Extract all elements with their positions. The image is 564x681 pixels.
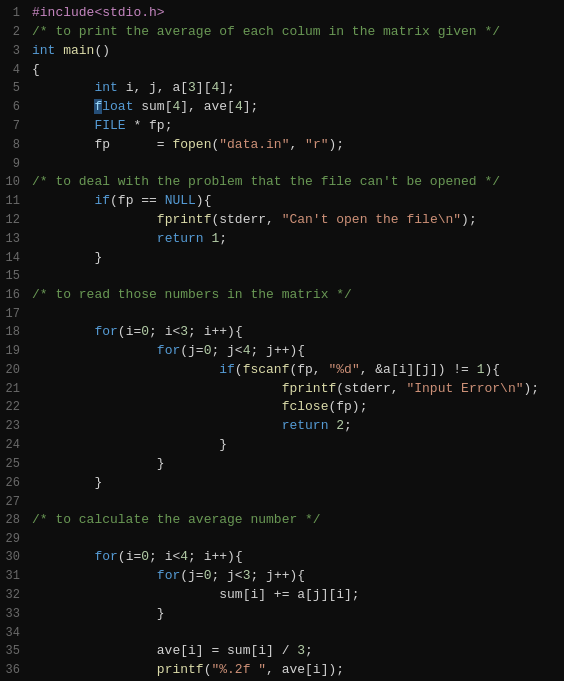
code-line-18: 18 for(i=0; i<3; i++){ [0, 323, 564, 342]
line-content-30: for(i=0; i<4; i++){ [28, 548, 564, 567]
line-number-34: 34 [0, 624, 28, 642]
line-number-14: 14 [0, 249, 28, 267]
line-number-25: 25 [0, 455, 28, 473]
line-number-32: 32 [0, 586, 28, 604]
line-number-17: 17 [0, 305, 28, 323]
code-line-10: 10 /* to deal with the problem that the … [0, 173, 564, 192]
line-content-1: #include<stdio.h> [28, 4, 564, 23]
code-line-11: 11 if(fp == NULL){ [0, 192, 564, 211]
line-content-20: if(fscanf(fp, "%d", &a[i][j]) != 1){ [28, 361, 564, 380]
line-number-30: 30 [0, 548, 28, 566]
line-number-28: 28 [0, 511, 28, 529]
line-number-35: 35 [0, 642, 28, 660]
line-number-10: 10 [0, 173, 28, 191]
code-line-6: 6 float sum[4], ave[4]; [0, 98, 564, 117]
code-line-27: 27 [0, 493, 564, 511]
code-line-5: 5 int i, j, a[3][4]; [0, 79, 564, 98]
code-line-20: 20 if(fscanf(fp, "%d", &a[i][j]) != 1){ [0, 361, 564, 380]
line-content-32: sum[i] += a[j][i]; [28, 586, 564, 605]
line-content-14: } [28, 249, 564, 268]
line-content-6: float sum[4], ave[4]; [28, 98, 564, 117]
line-number-31: 31 [0, 567, 28, 585]
line-content-8: fp = fopen("data.in", "r"); [28, 136, 564, 155]
line-number-20: 20 [0, 361, 28, 379]
line-number-4: 4 [0, 61, 28, 79]
line-content-22: fclose(fp); [28, 398, 564, 417]
code-line-32: 32 sum[i] += a[j][i]; [0, 586, 564, 605]
line-number-15: 15 [0, 267, 28, 285]
code-line-17: 17 [0, 305, 564, 323]
code-line-7: 7 FILE * fp; [0, 117, 564, 136]
code-line-28: 28 /* to calculate the average number */ [0, 511, 564, 530]
code-line-30: 30 for(i=0; i<4; i++){ [0, 548, 564, 567]
line-content-12: fprintf(stderr, "Can't open the file\n")… [28, 211, 564, 230]
line-number-36: 36 [0, 661, 28, 679]
line-number-12: 12 [0, 211, 28, 229]
line-number-7: 7 [0, 117, 28, 135]
code-line-31: 31 for(j=0; j<3; j++){ [0, 567, 564, 586]
line-content-7: FILE * fp; [28, 117, 564, 136]
line-content-16: /* to read those numbers in the matrix *… [28, 286, 564, 305]
line-number-24: 24 [0, 436, 28, 454]
line-content-11: if(fp == NULL){ [28, 192, 564, 211]
line-number-2: 2 [0, 23, 28, 41]
line-number-8: 8 [0, 136, 28, 154]
line-content-33: } [28, 605, 564, 624]
code-line-15: 15 [0, 267, 564, 285]
line-content-28: /* to calculate the average number */ [28, 511, 564, 530]
code-line-36: 36 printf("%.2f ", ave[i]); [0, 661, 564, 680]
line-number-18: 18 [0, 323, 28, 341]
code-line-12: 12 fprintf(stderr, "Can't open the file\… [0, 211, 564, 230]
line-content-5: int i, j, a[3][4]; [28, 79, 564, 98]
line-content-31: for(j=0; j<3; j++){ [28, 567, 564, 586]
line-number-9: 9 [0, 155, 28, 173]
line-number-23: 23 [0, 417, 28, 435]
line-number-1: 1 [0, 4, 28, 22]
code-line-8: 8 fp = fopen("data.in", "r"); [0, 136, 564, 155]
line-number-29: 29 [0, 530, 28, 548]
line-number-19: 19 [0, 342, 28, 360]
line-content-4: { [28, 61, 564, 80]
line-content-2: /* to print the average of each colum in… [28, 23, 564, 42]
line-content-10: /* to deal with the problem that the fil… [28, 173, 564, 192]
code-line-29: 29 [0, 530, 564, 548]
code-line-16: 16 /* to read those numbers in the matri… [0, 286, 564, 305]
code-line-13: 13 return 1; [0, 230, 564, 249]
line-content-36: printf("%.2f ", ave[i]); [28, 661, 564, 680]
line-content-25: } [28, 455, 564, 474]
code-line-35: 35 ave[i] = sum[i] / 3; [0, 642, 564, 661]
code-line-3: 3 int main() [0, 42, 564, 61]
line-content-35: ave[i] = sum[i] / 3; [28, 642, 564, 661]
line-content-13: return 1; [28, 230, 564, 249]
line-content-21: fprintf(stderr, "Input Error\n"); [28, 380, 564, 399]
line-number-5: 5 [0, 79, 28, 97]
line-number-16: 16 [0, 286, 28, 304]
line-content-19: for(j=0; j<4; j++){ [28, 342, 564, 361]
code-line-24: 24 } [0, 436, 564, 455]
code-line-4: 4 { [0, 61, 564, 80]
code-line-19: 19 for(j=0; j<4; j++){ [0, 342, 564, 361]
code-line-26: 26 } [0, 474, 564, 493]
line-content-24: } [28, 436, 564, 455]
code-line-22: 22 fclose(fp); [0, 398, 564, 417]
line-content-23: return 2; [28, 417, 564, 436]
line-number-11: 11 [0, 192, 28, 210]
code-line-1: 1 #include<stdio.h> [0, 4, 564, 23]
code-line-9: 9 [0, 155, 564, 173]
code-line-25: 25 } [0, 455, 564, 474]
line-number-6: 6 [0, 98, 28, 116]
code-line-14: 14 } [0, 249, 564, 268]
line-number-26: 26 [0, 474, 28, 492]
code-line-2: 2 /* to print the average of each colum … [0, 23, 564, 42]
line-number-22: 22 [0, 398, 28, 416]
line-content-3: int main() [28, 42, 564, 61]
code-line-21: 21 fprintf(stderr, "Input Error\n"); [0, 380, 564, 399]
line-content-18: for(i=0; i<3; i++){ [28, 323, 564, 342]
line-number-33: 33 [0, 605, 28, 623]
code-editor: 1 #include<stdio.h> 2 /* to print the av… [0, 0, 564, 681]
line-number-21: 21 [0, 380, 28, 398]
code-line-23: 23 return 2; [0, 417, 564, 436]
code-line-33: 33 } [0, 605, 564, 624]
line-number-3: 3 [0, 42, 28, 60]
line-content-26: } [28, 474, 564, 493]
